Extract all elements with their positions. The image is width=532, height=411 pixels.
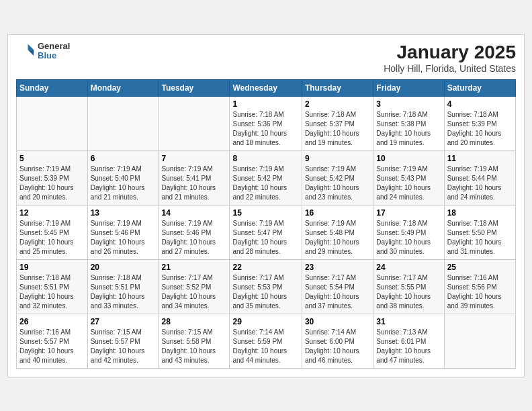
day-number: 26 xyxy=(19,317,85,326)
calendar-cell: 1Sunrise: 7:18 AM Sunset: 5:36 PM Daylig… xyxy=(230,96,302,150)
calendar-cell: 14Sunrise: 7:19 AM Sunset: 5:46 PM Dayli… xyxy=(159,205,230,259)
day-info: Sunrise: 7:18 AM Sunset: 5:50 PM Dayligh… xyxy=(447,219,513,257)
day-info: Sunrise: 7:19 AM Sunset: 5:46 PM Dayligh… xyxy=(161,219,226,257)
day-info: Sunrise: 7:15 AM Sunset: 5:58 PM Dayligh… xyxy=(161,328,226,365)
calendar-cell: 18Sunrise: 7:18 AM Sunset: 5:50 PM Dayli… xyxy=(444,205,515,259)
calendar-cell xyxy=(87,96,159,150)
day-number: 17 xyxy=(376,208,441,218)
calendar-cell xyxy=(17,96,88,150)
calendar-cell xyxy=(159,96,230,150)
day-number: 30 xyxy=(305,317,370,326)
weekday-header: Tuesday xyxy=(159,79,230,96)
calendar-cell: 7Sunrise: 7:19 AM Sunset: 5:41 PM Daylig… xyxy=(159,150,230,205)
day-info: Sunrise: 7:18 AM Sunset: 5:51 PM Dayligh… xyxy=(91,273,156,311)
day-info: Sunrise: 7:18 AM Sunset: 5:38 PM Dayligh… xyxy=(376,110,441,148)
day-info: Sunrise: 7:14 AM Sunset: 6:00 PM Dayligh… xyxy=(305,328,370,365)
day-info: Sunrise: 7:19 AM Sunset: 5:46 PM Dayligh… xyxy=(91,219,156,257)
calendar-container: General Blue January 2025 Holly Hill, Fl… xyxy=(7,34,525,377)
calendar-cell: 26Sunrise: 7:16 AM Sunset: 5:57 PM Dayli… xyxy=(17,314,88,368)
day-number: 7 xyxy=(161,154,226,163)
day-info: Sunrise: 7:13 AM Sunset: 6:01 PM Dayligh… xyxy=(376,328,441,365)
calendar-title: January 2025 xyxy=(384,42,516,63)
calendar-cell: 8Sunrise: 7:19 AM Sunset: 5:42 PM Daylig… xyxy=(230,150,302,205)
logo-line1: General xyxy=(38,42,70,51)
calendar-table: SundayMondayTuesdayWednesdayThursdayFrid… xyxy=(16,79,516,369)
title-block: January 2025 Holly Hill, Florida, United… xyxy=(384,42,516,74)
day-number: 11 xyxy=(447,154,513,163)
calendar-cell: 24Sunrise: 7:17 AM Sunset: 5:55 PM Dayli… xyxy=(373,259,444,314)
weekday-header-row: SundayMondayTuesdayWednesdayThursdayFrid… xyxy=(17,79,516,96)
calendar-cell: 9Sunrise: 7:19 AM Sunset: 5:42 PM Daylig… xyxy=(302,150,373,205)
day-number: 27 xyxy=(91,317,156,326)
day-info: Sunrise: 7:19 AM Sunset: 5:44 PM Dayligh… xyxy=(447,165,513,202)
day-info: Sunrise: 7:16 AM Sunset: 5:57 PM Dayligh… xyxy=(19,328,85,365)
day-number: 20 xyxy=(91,263,156,272)
day-info: Sunrise: 7:18 AM Sunset: 5:39 PM Dayligh… xyxy=(447,110,513,148)
calendar-cell xyxy=(444,314,515,368)
day-info: Sunrise: 7:19 AM Sunset: 5:41 PM Dayligh… xyxy=(161,165,226,202)
day-info: Sunrise: 7:19 AM Sunset: 5:43 PM Dayligh… xyxy=(376,165,441,202)
calendar-cell: 2Sunrise: 7:18 AM Sunset: 5:37 PM Daylig… xyxy=(302,96,373,150)
calendar-week-row: 19Sunrise: 7:18 AM Sunset: 5:51 PM Dayli… xyxy=(17,259,516,314)
day-info: Sunrise: 7:19 AM Sunset: 5:39 PM Dayligh… xyxy=(19,165,85,202)
weekday-header: Thursday xyxy=(302,79,373,96)
calendar-cell: 15Sunrise: 7:19 AM Sunset: 5:47 PM Dayli… xyxy=(230,205,302,259)
day-info: Sunrise: 7:19 AM Sunset: 5:42 PM Dayligh… xyxy=(232,165,298,202)
day-number: 2 xyxy=(305,99,370,109)
calendar-cell: 29Sunrise: 7:14 AM Sunset: 5:59 PM Dayli… xyxy=(230,314,302,368)
calendar-cell: 23Sunrise: 7:17 AM Sunset: 5:54 PM Dayli… xyxy=(302,259,373,314)
logo-text: General Blue xyxy=(38,42,70,61)
weekday-header: Monday xyxy=(87,79,159,96)
weekday-header: Saturday xyxy=(444,79,515,96)
calendar-header: General Blue January 2025 Holly Hill, Fl… xyxy=(16,42,516,74)
calendar-cell: 11Sunrise: 7:19 AM Sunset: 5:44 PM Dayli… xyxy=(444,150,515,205)
calendar-week-row: 5Sunrise: 7:19 AM Sunset: 5:39 PM Daylig… xyxy=(17,150,516,205)
day-info: Sunrise: 7:19 AM Sunset: 5:40 PM Dayligh… xyxy=(91,165,156,202)
calendar-cell: 25Sunrise: 7:16 AM Sunset: 5:56 PM Dayli… xyxy=(444,259,515,314)
day-number: 13 xyxy=(91,208,156,218)
calendar-cell: 16Sunrise: 7:19 AM Sunset: 5:48 PM Dayli… xyxy=(302,205,373,259)
day-info: Sunrise: 7:17 AM Sunset: 5:55 PM Dayligh… xyxy=(376,273,441,311)
day-info: Sunrise: 7:18 AM Sunset: 5:51 PM Dayligh… xyxy=(19,273,85,311)
day-number: 5 xyxy=(19,154,85,163)
day-number: 24 xyxy=(376,263,441,272)
day-number: 1 xyxy=(232,99,298,109)
calendar-cell: 4Sunrise: 7:18 AM Sunset: 5:39 PM Daylig… xyxy=(444,96,515,150)
calendar-cell: 27Sunrise: 7:15 AM Sunset: 5:57 PM Dayli… xyxy=(87,314,159,368)
day-number: 18 xyxy=(447,208,513,218)
day-number: 23 xyxy=(305,263,370,272)
day-info: Sunrise: 7:15 AM Sunset: 5:57 PM Dayligh… xyxy=(91,328,156,365)
day-info: Sunrise: 7:18 AM Sunset: 5:36 PM Dayligh… xyxy=(232,110,298,148)
weekday-header: Sunday xyxy=(17,79,88,96)
calendar-cell: 3Sunrise: 7:18 AM Sunset: 5:38 PM Daylig… xyxy=(373,96,444,150)
day-number: 21 xyxy=(161,263,226,272)
day-number: 22 xyxy=(232,263,298,272)
day-number: 31 xyxy=(376,317,441,326)
day-number: 10 xyxy=(376,154,441,163)
calendar-cell: 5Sunrise: 7:19 AM Sunset: 5:39 PM Daylig… xyxy=(17,150,88,205)
day-info: Sunrise: 7:19 AM Sunset: 5:48 PM Dayligh… xyxy=(305,219,370,257)
logo: General Blue xyxy=(16,42,70,61)
weekday-header: Friday xyxy=(373,79,444,96)
day-number: 19 xyxy=(19,263,85,272)
day-info: Sunrise: 7:18 AM Sunset: 5:49 PM Dayligh… xyxy=(376,219,441,257)
day-number: 25 xyxy=(447,263,513,272)
day-number: 14 xyxy=(161,208,226,218)
logo-icon xyxy=(16,42,35,60)
calendar-subtitle: Holly Hill, Florida, United States xyxy=(384,63,516,74)
day-info: Sunrise: 7:19 AM Sunset: 5:47 PM Dayligh… xyxy=(232,219,298,257)
calendar-cell: 6Sunrise: 7:19 AM Sunset: 5:40 PM Daylig… xyxy=(87,150,159,205)
day-number: 4 xyxy=(447,99,513,109)
day-number: 3 xyxy=(376,99,441,109)
calendar-cell: 13Sunrise: 7:19 AM Sunset: 5:46 PM Dayli… xyxy=(87,205,159,259)
calendar-cell: 20Sunrise: 7:18 AM Sunset: 5:51 PM Dayli… xyxy=(87,259,159,314)
calendar-week-row: 1Sunrise: 7:18 AM Sunset: 5:36 PM Daylig… xyxy=(17,96,516,150)
day-info: Sunrise: 7:19 AM Sunset: 5:42 PM Dayligh… xyxy=(305,165,370,202)
logo-line2: Blue xyxy=(38,51,70,60)
day-info: Sunrise: 7:19 AM Sunset: 5:45 PM Dayligh… xyxy=(19,219,85,257)
calendar-cell: 31Sunrise: 7:13 AM Sunset: 6:01 PM Dayli… xyxy=(373,314,444,368)
calendar-cell: 22Sunrise: 7:17 AM Sunset: 5:53 PM Dayli… xyxy=(230,259,302,314)
day-info: Sunrise: 7:18 AM Sunset: 5:37 PM Dayligh… xyxy=(305,110,370,148)
day-info: Sunrise: 7:14 AM Sunset: 5:59 PM Dayligh… xyxy=(232,328,298,365)
day-info: Sunrise: 7:16 AM Sunset: 5:56 PM Dayligh… xyxy=(447,273,513,311)
